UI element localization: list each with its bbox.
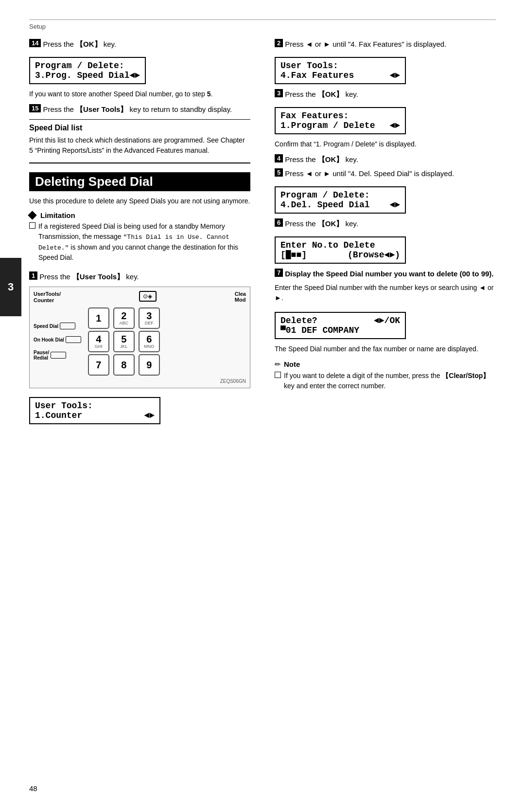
step-d6-text: Press the 【OK】 key. (285, 218, 358, 229)
step-d2-lcd: User Tools: 4.Fax Features ◄► (275, 57, 406, 84)
step-d3-confirm: Confirm that “1. Program / Delete” is di… (275, 139, 496, 149)
note-block-container: ✏ Note If you want to delete a digit of … (275, 360, 496, 396)
step15-num: 15 (29, 104, 41, 112)
numpad-row1: 1 2ABC 3DEF (88, 307, 160, 329)
key-2: 2ABC (113, 307, 135, 329)
pause-btn (51, 352, 66, 359)
step-d2-num: 2 (275, 39, 283, 47)
left-column: 14 Press the 【OK】 key. Program / Delete:… (29, 39, 250, 429)
step-d7: 7 Display the Speed Dial number you want… (275, 269, 496, 279)
step-d2-lcd-line2: 4.Fax Features ◄► (280, 71, 400, 80)
panel-zeq-label: ZEQS06GN (34, 379, 246, 384)
step-d7-lcd-line1: Delete? ◄►/OK (280, 316, 400, 325)
note-item: If you want to delete a digit of the num… (275, 371, 496, 396)
step-d3: 3 Press the 【OK】 key. (275, 89, 496, 99)
step-d7-detail: Enter the Speed Dial number with the num… (275, 283, 496, 303)
limitation-block: Limitation If a registered Speed Dial is… (29, 211, 250, 268)
diamond-icon (28, 211, 36, 219)
step-d6-lcd-line2: [█■■] (Browse◄►) (280, 250, 400, 260)
deleting-rule (29, 162, 250, 163)
speed-dial-btn (60, 323, 75, 329)
step14-text: Press the 【OK】 key. (43, 39, 116, 49)
speed-dial-list-title: Speed Dial list (29, 124, 250, 132)
step-d7-text: Display the Speed Dial number you want t… (285, 269, 493, 279)
step-d3-lcd-line1: Fax Features: (280, 111, 400, 121)
step14-lcd-line2: 3.Prog. Speed Dial ◄► (35, 71, 140, 80)
step-d6: 6 Press the 【OK】 key. (275, 218, 496, 229)
step-d5-text: Press ◄ or ► until "4. Del. Speed Dial" … (285, 168, 454, 179)
two-column-layout: 14 Press the 【OK】 key. Program / Delete:… (29, 39, 496, 429)
step-d3-num: 3 (275, 89, 283, 97)
step-d2-text: Press ◄ or ► until "4. Fax Features" is … (285, 39, 446, 49)
step-d4-num: 4 (275, 154, 283, 162)
numpad-row2: 4GHI 5JKL 6MNO (88, 331, 160, 352)
step-d5: 5 Press ◄ or ► until "4. Del. Speed Dial… (275, 168, 496, 179)
step-d5-lcd: Program / Delete: 4.Del. Speed Dial ◄► (275, 186, 406, 214)
step-d3-lcd: Fax Features: 1.Program / Delete ◄► (275, 107, 406, 134)
speed-dial-list-rule (29, 119, 250, 120)
panel-mode-btn: ⊙◈ (139, 291, 157, 302)
note-text: If you want to delete a digit of the num… (284, 371, 496, 391)
numpad-row3: 7 8 9 (88, 354, 160, 376)
step-d3-text: Press the 【OK】 key. (285, 89, 358, 99)
step-d7-num: 7 (275, 269, 283, 277)
note-pencil-icon: ✏ (275, 360, 281, 369)
note-after-14: If you want to store another Speed Dial … (29, 89, 250, 99)
limitation-item: If a registered Speed Dial is being used… (29, 221, 250, 268)
user-tools-panel: UserTools/Counter ⊙◈ CleaMod Speed Dial (29, 287, 250, 388)
step-d7-lcd: Delete? ◄►/OK ▀01 DEF COMPANY (275, 312, 406, 339)
speed-dial-label: Speed Dial (34, 323, 81, 329)
step-d2-lcd-line1: User Tools: (280, 61, 400, 71)
step14-num: 14 (29, 39, 41, 47)
panel-clear-mod-label: CleaMod (235, 291, 246, 303)
step-d1-lcd-line2: 1.Counter ◄► (35, 411, 155, 420)
top-rule (29, 19, 496, 20)
note-block: ✏ Note (275, 360, 496, 369)
step-d1: 1 Press the 【User Tools】 key. (29, 271, 250, 282)
note-title: Note (284, 360, 300, 368)
step-14: 14 Press the 【OK】 key. (29, 39, 250, 49)
note-checkbox-icon (275, 372, 281, 378)
key-6: 6MNO (139, 331, 160, 352)
step14-lcd-line1: Program / Delete: (35, 61, 140, 71)
step-d5-lcd-line2: 4.Del. Speed Dial ◄► (280, 200, 400, 210)
after-step7-text: The Speed Dial number and the fax number… (275, 344, 496, 354)
step-d4-text: Press the 【OK】 key. (285, 154, 358, 164)
step-d2: 2 Press ◄ or ► until "4. Fax Features" i… (275, 39, 496, 49)
step-d1-num: 1 (29, 271, 37, 280)
key-7: 7 (88, 354, 109, 376)
on-hook-label: On Hook Dial (34, 336, 81, 343)
panel-side-labels: Speed Dial On Hook Dial Pause/Redial (34, 323, 81, 361)
page: Setup 3 14 Press the 【OK】 key. Program /… (0, 0, 525, 812)
key-3: 3DEF (139, 307, 160, 329)
deleting-intro: Use this procedure to delete any Speed D… (29, 196, 250, 206)
key-8: 8 (113, 354, 135, 376)
limitation-text: If a registered Speed Dial is being used… (38, 221, 250, 263)
step-d1-lcd: User Tools: 1.Counter ◄► (29, 397, 160, 424)
step-d4: 4 Press the 【OK】 key. (275, 154, 496, 164)
deleting-speed-dial-heading: Deleting Speed Dial (29, 172, 250, 191)
step-d5-lcd-line1: Program / Delete: (280, 190, 400, 200)
page-number: 48 (29, 784, 37, 793)
step-d7-lcd-line2: ▀01 DEF COMPANY (280, 325, 400, 335)
right-column: 2 Press ◄ or ► until "4. Fax Features" i… (275, 39, 496, 429)
step14-lcd: Program / Delete: 3.Prog. Speed Dial ◄► (29, 57, 146, 84)
key-5: 5JKL (113, 331, 135, 352)
limitation-title: Limitation (29, 211, 250, 219)
step-15: 15 Press the 【User Tools】 key to return … (29, 104, 250, 114)
setup-label: Setup (29, 23, 496, 30)
key-1: 1 (88, 307, 109, 329)
numpad: 1 2ABC 3DEF 4GHI 5JKL 6MNO 7 8 9 (88, 306, 160, 378)
chapter-number: 3 (8, 281, 14, 293)
key-4: 4GHI (88, 331, 109, 352)
step-d6-lcd-line1: Enter No.to Delete (280, 240, 400, 250)
pause-label: Pause/Redial (34, 350, 81, 361)
speed-dial-list-body: Print this list to check which destinati… (29, 135, 250, 156)
step-d5-num: 5 (275, 168, 283, 177)
step-d1-text: Press the 【User Tools】 key. (39, 271, 139, 282)
step-d1-lcd-line1: User Tools: (35, 401, 155, 411)
step-d3-lcd-line2: 1.Program / Delete ◄► (280, 121, 400, 130)
key-9: 9 (139, 354, 160, 376)
panel-usertool-label: UserTools/Counter (34, 291, 61, 304)
step15-text: Press the 【User Tools】 key to return to … (43, 104, 232, 114)
